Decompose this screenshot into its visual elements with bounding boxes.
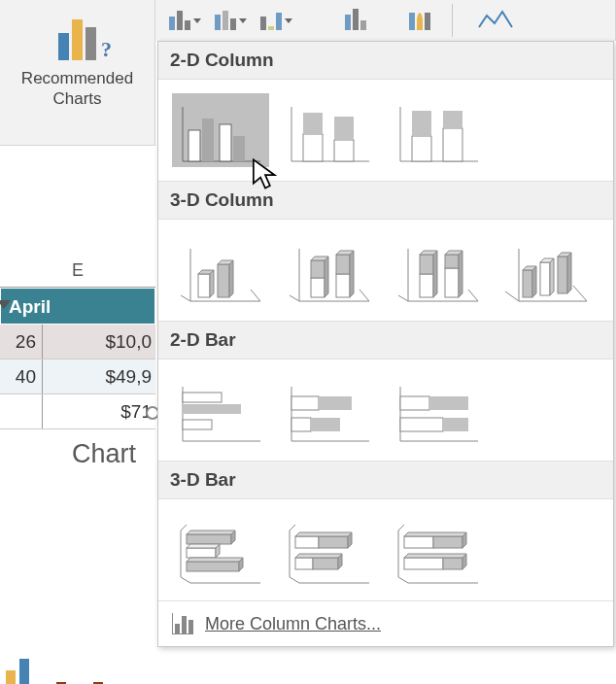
cell[interactable]: $10,0 [43, 325, 155, 359]
svg-rect-73 [187, 548, 216, 558]
svg-marker-77 [187, 558, 243, 562]
table-row[interactable]: $71 [0, 394, 155, 429]
svg-rect-22 [218, 264, 229, 297]
section-3d-bar [158, 499, 613, 600]
stacked-bar-thumb[interactable] [281, 373, 378, 447]
cell[interactable]: $71 [43, 394, 155, 428]
stacked-bar-3d-100-thumb[interactable] [390, 513, 487, 587]
filter-dropdown-icon[interactable] [0, 300, 11, 309]
svg-rect-39 [445, 268, 459, 297]
insert-statistic-chart-button[interactable] [343, 4, 368, 37]
svg-rect-8 [303, 134, 323, 161]
insert-map-chart-button[interactable] [407, 4, 432, 37]
svg-rect-68 [400, 418, 443, 431]
svg-marker-74 [187, 544, 220, 548]
stacked-bar-3d-thumb[interactable] [281, 513, 378, 587]
column-header-cell[interactable]: April [0, 288, 155, 325]
stacked-column-100-icon [394, 101, 482, 167]
column-header-label: April [9, 296, 51, 317]
svg-marker-29 [325, 256, 328, 297]
embedded-chart-fragment [6, 653, 142, 684]
stacked-bar-100-icon [394, 381, 482, 447]
svg-rect-57 [183, 420, 212, 429]
stacked-bar-3d-100-icon [394, 521, 482, 587]
cell[interactable] [0, 394, 43, 428]
embedded-chart-title: Chart [72, 439, 136, 469]
svg-rect-79 [295, 536, 319, 548]
table-row[interactable]: 40 $49,9 [0, 359, 155, 394]
svg-rect-3 [202, 119, 214, 161]
more-column-charts-button[interactable]: More Column Charts... [158, 600, 613, 646]
bar-chart-icon [215, 11, 236, 30]
stacked-column-icon [286, 101, 373, 167]
clustered-bar-icon [177, 381, 264, 447]
stacked-bar-icon [286, 381, 373, 447]
stacked-column-3d-thumb[interactable] [281, 233, 378, 307]
column-heading[interactable]: E [0, 253, 155, 288]
svg-rect-15 [412, 111, 431, 136]
insert-sparkline-button[interactable] [475, 4, 518, 37]
cell[interactable]: 40 [0, 359, 43, 393]
column-chart-icon [169, 11, 190, 30]
svg-rect-5 [233, 136, 245, 161]
section-3d-bar-label: 3-D Bar [158, 461, 613, 499]
svg-marker-89 [404, 532, 466, 536]
stacked-column-thumb[interactable] [281, 93, 378, 167]
clustered-column-thumb[interactable] [172, 93, 269, 167]
stacked-column-100-thumb[interactable] [390, 93, 487, 167]
table-row[interactable]: 26 $10,0 [0, 325, 155, 359]
section-2d-bar [158, 359, 613, 461]
svg-rect-31 [336, 255, 350, 274]
svg-rect-16 [443, 128, 462, 161]
svg-rect-2 [188, 130, 200, 161]
insert-combo-chart-button[interactable] [258, 4, 294, 37]
svg-rect-4 [220, 124, 231, 161]
stacked-bar-100-thumb[interactable] [390, 373, 487, 447]
svg-rect-56 [183, 404, 241, 414]
cell[interactable]: 26 [0, 325, 43, 359]
svg-marker-33 [350, 251, 354, 297]
svg-rect-92 [443, 558, 462, 569]
clustered-column-3d-thumb[interactable] [172, 233, 269, 307]
svg-rect-14 [412, 136, 431, 161]
svg-marker-21 [210, 270, 214, 297]
svg-rect-50 [558, 256, 567, 293]
svg-marker-24 [229, 260, 233, 297]
svg-rect-60 [291, 396, 319, 410]
ribbon-chart-type-strip [155, 0, 616, 41]
insert-column-chart-button[interactable] [167, 4, 203, 37]
svg-rect-67 [429, 396, 468, 410]
svg-rect-66 [400, 396, 429, 410]
svg-rect-63 [311, 418, 340, 431]
cell[interactable]: $49,9 [43, 359, 155, 393]
stacked-column-3d-icon [286, 241, 373, 307]
svg-rect-10 [334, 140, 354, 161]
chevron-down-icon [239, 18, 247, 23]
column-3d-thumb[interactable] [498, 233, 596, 307]
svg-rect-62 [291, 418, 311, 431]
stacked-column-3d-100-icon [394, 241, 482, 307]
recommended-charts-button[interactable]: ? Recommended Charts [0, 0, 155, 146]
svg-marker-42 [459, 251, 462, 297]
svg-rect-88 [433, 536, 462, 548]
stacked-column-3d-100-thumb[interactable] [390, 233, 487, 307]
svg-rect-26 [311, 278, 325, 297]
svg-rect-83 [295, 558, 313, 569]
svg-rect-61 [319, 396, 352, 410]
column-3d-icon [503, 241, 591, 307]
svg-rect-27 [311, 260, 325, 278]
svg-rect-55 [183, 393, 222, 402]
section-2d-bar-label: 2-D Bar [158, 321, 613, 359]
svg-rect-80 [319, 536, 348, 548]
svg-marker-85 [295, 554, 342, 558]
worksheet-fragment: E April 26 $10,0 40 $49,9 $71 [0, 253, 155, 429]
clustered-bar-thumb[interactable] [172, 373, 269, 447]
svg-rect-84 [313, 558, 338, 569]
svg-rect-91 [404, 558, 443, 569]
svg-marker-46 [532, 266, 536, 297]
svg-rect-17 [443, 111, 462, 128]
section-2d-column-label: 2-D Column [158, 42, 613, 80]
clustered-column-icon [177, 101, 264, 167]
insert-bar-chart-button[interactable] [213, 4, 249, 37]
clustered-bar-3d-thumb[interactable] [172, 513, 269, 587]
